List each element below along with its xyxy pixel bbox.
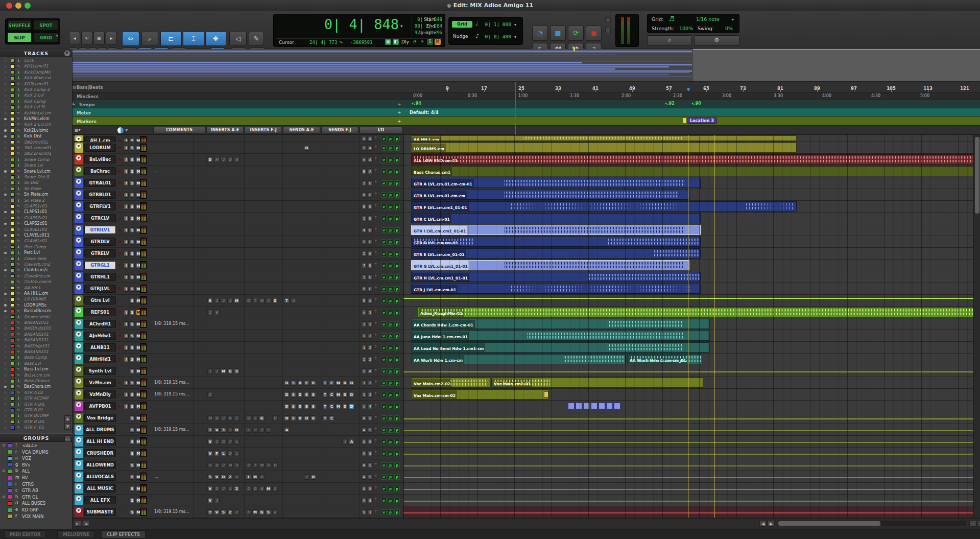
track-color-chip[interactable] bbox=[11, 373, 15, 378]
group-name[interactable]: GTR AB bbox=[22, 487, 38, 494]
solo-button[interactable]: S bbox=[130, 498, 135, 503]
track-color-tab[interactable]: ▼ bbox=[75, 448, 83, 458]
track-color-chip[interactable] bbox=[11, 350, 15, 354]
sidebar-track-item[interactable]: ↓Kick Lvl St bbox=[0, 104, 63, 110]
send-slot[interactable]: 8 bbox=[310, 392, 316, 397]
io-output-indicator[interactable]: S bbox=[368, 451, 373, 456]
transport-stop[interactable]: ■ bbox=[550, 26, 566, 41]
track-name-label[interactable]: Snare Dist.R bbox=[24, 174, 49, 180]
grid-note-value-icon[interactable]: ♬ bbox=[669, 15, 675, 22]
track-show-dot[interactable] bbox=[4, 246, 7, 248]
io-output-indicator[interactable]: 2 bbox=[368, 321, 373, 327]
sidebar-track-item[interactable]: ∿CLAVELc011 bbox=[0, 232, 63, 238]
track-show-dot[interactable] bbox=[4, 403, 7, 406]
record-enable-button[interactable] bbox=[117, 310, 122, 314]
audio-clip[interactable]: AA Lead No Bend Hdw 1.cm1-cm bbox=[411, 342, 710, 353]
group-color-chip[interactable] bbox=[8, 508, 12, 512]
send-slot[interactable]: 5 bbox=[291, 415, 296, 421]
track-show-dot[interactable] bbox=[4, 100, 7, 103]
solo-button[interactable]: S bbox=[130, 298, 135, 303]
group-name[interactable]: BV bbox=[22, 475, 28, 481]
track-name-label[interactable]: KckMnLvl.cm bbox=[24, 110, 51, 116]
group-item[interactable]: iGTRS bbox=[0, 481, 63, 488]
record-enable-button[interactable] bbox=[117, 146, 122, 150]
insert-slot[interactable]: T bbox=[207, 427, 213, 433]
pan-right-indicator[interactable]: p bbox=[394, 145, 400, 151]
audio-clip[interactable]: Voz Main.cm2-02 bbox=[411, 378, 490, 388]
io-output-indicator[interactable]: E bbox=[368, 239, 373, 245]
track-color-tab[interactable]: ▼ bbox=[75, 319, 83, 329]
sidebar-track-item[interactable]: ↓Sn Dist bbox=[0, 180, 63, 185]
sidebar-track-item[interactable]: ↓Bass Comp bbox=[0, 355, 63, 360]
sidebar-track-item[interactable]: ∿BasLvlBuscm bbox=[0, 308, 63, 314]
track-name-button[interactable]: AWrlHd1 bbox=[84, 355, 116, 363]
io-output-indicator[interactable]: E bbox=[368, 251, 373, 256]
sidebar-track-item[interactable]: ∿KD1Lcmc01 bbox=[0, 63, 63, 69]
tracks-scroll-down[interactable]: ▼ bbox=[64, 423, 71, 430]
insert-slot[interactable]: D bbox=[214, 462, 220, 468]
column-header-inserts-f-j[interactable]: INSERTS F-J bbox=[245, 127, 282, 133]
track-color-tab[interactable]: ▼ bbox=[75, 248, 83, 259]
insert-slot[interactable]: V bbox=[207, 486, 213, 491]
track-lane[interactable] bbox=[403, 506, 980, 518]
track-show-dot[interactable] bbox=[4, 287, 7, 289]
horizontal-scrollbar[interactable] bbox=[777, 521, 966, 526]
meter-add-icon[interactable]: + bbox=[397, 110, 401, 115]
track-name-button[interactable]: ALL DRUMS bbox=[84, 426, 116, 434]
send-slot[interactable]: T bbox=[322, 404, 328, 409]
pan-left-indicator[interactable]: p bbox=[388, 263, 393, 268]
pan-right-indicator[interactable]: p bbox=[394, 286, 400, 292]
track-lane[interactable]: LO DRUMS-cm bbox=[403, 142, 980, 153]
track-name-label[interactable]: KckMnLvlcm bbox=[24, 116, 50, 122]
insert-slot[interactable]: 1 bbox=[207, 368, 213, 374]
group-item[interactable]: mBV bbox=[0, 475, 63, 481]
transport-record[interactable]: ● bbox=[586, 26, 602, 41]
track-color-chip[interactable] bbox=[11, 59, 15, 63]
io-input-indicator[interactable]: 2 bbox=[362, 368, 367, 374]
io-output-indicator[interactable]: 1 bbox=[368, 509, 373, 515]
pan-right-indicator[interactable]: p bbox=[394, 427, 400, 433]
automation-line[interactable] bbox=[403, 442, 980, 443]
sidebar-track-item[interactable]: ∿SN3.cmcm01 bbox=[0, 151, 63, 156]
send-slot[interactable]: M bbox=[336, 392, 341, 397]
track-color-chip[interactable] bbox=[11, 396, 15, 401]
track-color-chip[interactable] bbox=[11, 274, 15, 278]
track-name-label[interactable]: Sn Plate.cm bbox=[24, 192, 48, 197]
track-lane[interactable]: GTR F LVL.cm.cm1_01-01 bbox=[403, 201, 980, 212]
insert-slot[interactable]: C bbox=[207, 392, 213, 397]
insert-slot[interactable]: M bbox=[259, 462, 265, 468]
solo-button[interactable]: S bbox=[130, 451, 135, 456]
insert-slot[interactable]: 8 bbox=[272, 509, 278, 515]
track-name-button[interactable]: AVFPB01 bbox=[84, 402, 116, 410]
volume-indicator[interactable]: v bbox=[381, 345, 387, 350]
track-show-dot[interactable] bbox=[4, 374, 7, 377]
io-output-indicator[interactable]: A bbox=[368, 298, 373, 303]
group-name[interactable]: VCA DRUMS bbox=[22, 449, 49, 456]
insert-slot[interactable]: 2 bbox=[214, 368, 220, 374]
track-color-chip[interactable] bbox=[11, 426, 15, 430]
track-name-label[interactable]: BasLvlBuscm bbox=[24, 308, 51, 314]
track-color-chip[interactable] bbox=[11, 158, 15, 162]
track-show-dot[interactable] bbox=[4, 141, 7, 144]
track-color-chip[interactable] bbox=[11, 315, 15, 319]
track-lane[interactable]: GTR D LVL.cm-cm-01 bbox=[403, 236, 980, 247]
pan-right-indicator[interactable]: p bbox=[394, 357, 400, 362]
pan-left-indicator[interactable]: p bbox=[388, 392, 393, 397]
insert-slot[interactable]: D bbox=[234, 427, 240, 433]
insert-slot[interactable]: 2 bbox=[266, 298, 271, 303]
track-dropdown-icon[interactable]: ▼ bbox=[76, 249, 81, 254]
pan-right-indicator[interactable]: p bbox=[394, 509, 400, 515]
track-comment[interactable]: 1/8: 319.15 ms... bbox=[154, 318, 205, 330]
insert-slot[interactable]: M bbox=[266, 486, 271, 491]
pan-right-indicator[interactable]: p bbox=[394, 345, 400, 350]
group-item[interactable]: rVCA DRUMS bbox=[0, 449, 63, 456]
io-input-indicator[interactable]: 7 bbox=[362, 263, 367, 268]
volume-indicator[interactable]: v bbox=[381, 286, 387, 292]
insert-slot[interactable]: T bbox=[252, 298, 258, 303]
track-color-tab[interactable]: ▼ bbox=[75, 366, 83, 376]
track-name-label[interactable]: BASDIdp101 bbox=[24, 343, 50, 349]
sidebar-track-item[interactable]: ∿CLAVELc01 bbox=[0, 238, 63, 244]
track-color-tab[interactable]: ▼ bbox=[75, 436, 83, 447]
track-show-dot[interactable] bbox=[4, 316, 7, 318]
insert-slot[interactable]: M bbox=[221, 368, 226, 374]
